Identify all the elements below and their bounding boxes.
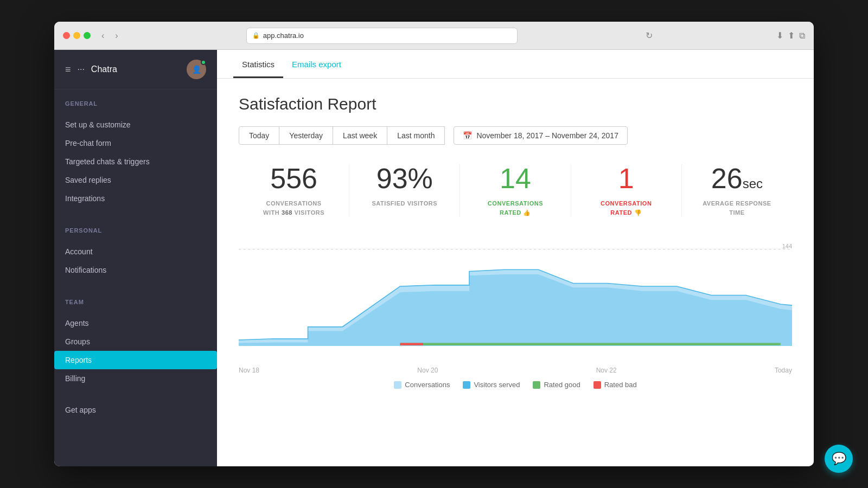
stat-satisfied-label: SATISFIED VISITORS xyxy=(349,199,459,208)
app-ellipsis: ··· xyxy=(78,65,85,74)
sidebar-team-section: TEAM xyxy=(54,288,217,314)
stat-conversations-number: 556 xyxy=(239,164,349,192)
stat-response-label: AVERAGE RESPONSETIME xyxy=(682,199,792,217)
chart-svg xyxy=(239,239,792,358)
back-button[interactable]: ‹ xyxy=(97,29,108,43)
x-label-nov18: Nov 18 xyxy=(239,367,259,374)
online-indicator xyxy=(201,60,206,65)
general-items: Set up & customize Pre-chat form Targete… xyxy=(54,115,217,208)
legend-conversations: Conversations xyxy=(394,381,450,389)
sidebar-item-billing[interactable]: Billing xyxy=(65,369,206,388)
address-bar[interactable]: 🔒 app.chatra.io xyxy=(246,28,518,44)
browser-window: ‹ › 🔒 app.chatra.io ↻ ⬇ ⬆ ⧉ ≡ ··· Chatra… xyxy=(54,22,814,466)
sidebar-item-saved-replies[interactable]: Saved replies xyxy=(65,171,206,189)
chart-legend: Conversations Visitors served Rated good… xyxy=(239,381,792,389)
sidebar-item-prechat[interactable]: Pre-chat form xyxy=(65,134,206,152)
chart-visitors-area xyxy=(239,274,792,346)
filter-today[interactable]: Today xyxy=(239,126,279,145)
toolbar-actions: ⬇ ⬆ ⧉ xyxy=(776,30,805,41)
stat-satisfied-number: 93% xyxy=(349,164,459,192)
avatar-initials: 👤 xyxy=(192,65,201,74)
close-window-button[interactable] xyxy=(63,32,70,39)
sidebar-item-notifications[interactable]: Notifications xyxy=(65,261,206,279)
x-label-nov22: Nov 22 xyxy=(596,367,617,374)
legend-visitors: Visitors served xyxy=(463,381,520,389)
legend-visitors-dot xyxy=(463,381,470,389)
sidebar-item-integrations[interactable]: Integrations xyxy=(65,189,206,208)
download-button[interactable]: ⬇ xyxy=(776,30,783,41)
sidebar-item-account[interactable]: Account xyxy=(65,242,206,261)
team-items: Agents Groups Reports Billing xyxy=(54,314,217,388)
chart-y-label: 144 xyxy=(782,243,792,249)
nav-buttons: ‹ › xyxy=(97,29,123,43)
stat-rated-good-number: 14 xyxy=(460,164,570,192)
avatar[interactable]: 👤 xyxy=(187,60,206,79)
stat-rated-bad: 1 CONVERSATIONRATED 👎 xyxy=(571,164,681,217)
bottom-items: Get apps xyxy=(54,401,217,419)
filter-last-month[interactable]: Last month xyxy=(387,126,445,145)
sidebar: ≡ ··· Chatra 👤 GENERAL Set up & customiz… xyxy=(54,50,217,466)
minimize-window-button[interactable] xyxy=(73,32,80,39)
sidebar-general-section: GENERAL xyxy=(54,89,217,115)
stat-satisfied: 93% SATISFIED VISITORS xyxy=(349,164,459,217)
legend-rated-good-dot xyxy=(533,381,540,389)
personal-label: PERSONAL xyxy=(65,227,206,234)
stat-conversations: 556 CONVERSATIONSWITH 368 VISITORS xyxy=(239,164,349,217)
forward-button[interactable]: › xyxy=(111,29,122,43)
stat-response-time: 26sec AVERAGE RESPONSETIME xyxy=(682,164,792,217)
calendar-icon: 📅 xyxy=(463,131,472,140)
page-title: Satisfaction Report xyxy=(239,95,792,113)
chat-widget-icon: 💬 xyxy=(832,452,846,466)
legend-rated-good: Rated good xyxy=(533,381,580,389)
filter-last-week[interactable]: Last week xyxy=(333,126,387,145)
lock-icon: 🔒 xyxy=(252,32,260,39)
sidebar-item-setup[interactable]: Set up & customize xyxy=(65,115,206,134)
traffic-lights xyxy=(63,32,91,39)
legend-rated-bad: Rated bad xyxy=(593,381,637,389)
legend-rated-good-label: Rated good xyxy=(544,381,580,389)
hamburger-icon[interactable]: ≡ xyxy=(65,64,71,75)
sidebar-header: ≡ ··· Chatra 👤 xyxy=(54,50,217,89)
chart-rated-bad-bar xyxy=(400,343,424,345)
browser-content: ≡ ··· Chatra 👤 GENERAL Set up & customiz… xyxy=(54,50,814,466)
stat-conversations-label: CONVERSATIONSWITH 368 VISITORS xyxy=(239,199,349,217)
date-range-button[interactable]: 📅 November 18, 2017 – November 24, 2017 xyxy=(454,126,628,145)
x-axis-labels: Nov 18 Nov 20 Nov 22 Today xyxy=(239,367,792,374)
sidebar-item-get-apps[interactable]: Get apps xyxy=(65,401,206,419)
url-text: app.chatra.io xyxy=(263,31,304,40)
share-button[interactable]: ⬆ xyxy=(788,30,795,41)
x-label-today: Today xyxy=(775,367,792,374)
general-label: GENERAL xyxy=(65,100,206,107)
maximize-window-button[interactable] xyxy=(84,32,91,39)
tab-emails-export[interactable]: Emails export xyxy=(283,50,350,78)
content-area: Satisfaction Report Today Yesterday Last… xyxy=(217,79,814,466)
filter-bar: Today Yesterday Last week Last month 📅 N… xyxy=(239,126,792,145)
legend-rated-bad-label: Rated bad xyxy=(604,381,637,389)
stat-rated-bad-label: CONVERSATIONRATED 👎 xyxy=(571,199,681,217)
sidebar-item-reports[interactable]: Reports xyxy=(54,351,217,369)
sidebar-item-triggers[interactable]: Targeted chats & triggers xyxy=(65,152,206,171)
sidebar-item-agents[interactable]: Agents xyxy=(65,314,206,332)
chat-widget-button[interactable]: 💬 xyxy=(825,445,853,473)
main-content: Statistics Emails export Satisfaction Re… xyxy=(217,50,814,466)
personal-items: Account Notifications xyxy=(54,242,217,279)
stat-rated-good: 14 CONVERSATIONSRATED 👍 xyxy=(460,164,570,217)
chart-rated-good-bar xyxy=(400,343,781,345)
reload-button[interactable]: ↻ xyxy=(646,30,653,41)
date-range-text: November 18, 2017 – November 24, 2017 xyxy=(476,131,618,140)
new-tab-button[interactable]: ⧉ xyxy=(799,30,805,41)
tabs-bar: Statistics Emails export xyxy=(217,50,814,79)
x-label-nov20: Nov 20 xyxy=(417,367,438,374)
sidebar-item-groups[interactable]: Groups xyxy=(65,332,206,351)
legend-conversations-label: Conversations xyxy=(405,381,450,389)
filter-yesterday[interactable]: Yesterday xyxy=(279,126,333,145)
stats-row: 556 CONVERSATIONSWITH 368 VISITORS 93% S… xyxy=(239,164,792,217)
sidebar-personal-section: PERSONAL xyxy=(54,216,217,242)
stat-rated-bad-number: 1 xyxy=(571,164,681,192)
stat-rated-good-label: CONVERSATIONSRATED 👍 xyxy=(460,199,570,217)
legend-conversations-dot xyxy=(394,381,401,389)
tab-statistics[interactable]: Statistics xyxy=(233,50,283,78)
app-name: Chatra xyxy=(91,65,180,74)
stat-response-number: 26sec xyxy=(682,164,792,192)
legend-rated-bad-dot xyxy=(593,381,601,389)
